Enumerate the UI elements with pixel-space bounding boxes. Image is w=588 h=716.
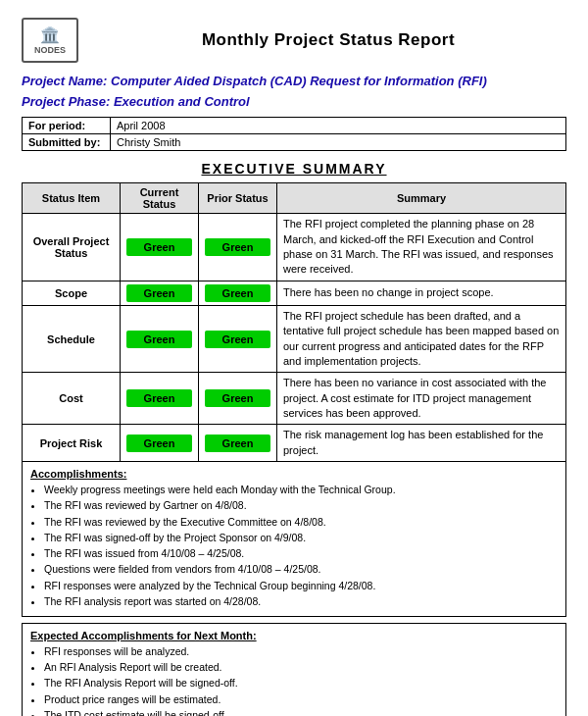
- status-item-1: Scope: [23, 281, 121, 305]
- submitted-value: Christy Smith: [111, 134, 566, 151]
- accomplishment-item: Questions were fielded from vendors from…: [44, 562, 558, 577]
- accomplishment-item: The RFI was reviewed by Gartner on 4/8/0…: [44, 498, 558, 513]
- current-badge-2: Green: [126, 331, 192, 348]
- prior-status-3: Green: [199, 373, 277, 425]
- accomplishment-item: The RFI was signed-off by the Project Sp…: [44, 531, 558, 545]
- col-header-current: Current Status: [121, 183, 199, 214]
- next-item: The RFI Analysis Report will be signed-o…: [44, 676, 558, 690]
- current-status-3: Green: [121, 373, 199, 425]
- accomplishment-item: The RFI was issued from 4/10/08 – 4/25/0…: [44, 546, 558, 561]
- next-item: RFI responses will be analyzed.: [44, 644, 558, 659]
- next-accomplishments-list: RFI responses will be analyzed.An RFI An…: [30, 644, 558, 716]
- prior-status-2: Green: [199, 305, 277, 373]
- table-row: Overall Project Status Green Green The R…: [23, 214, 566, 281]
- summary-0: The RFI project completed the planning p…: [277, 214, 566, 281]
- status-item-3: Cost: [23, 373, 121, 425]
- current-status-0: Green: [121, 214, 199, 281]
- prior-status-1: Green: [199, 281, 277, 305]
- status-item-2: Schedule: [23, 305, 121, 373]
- logo-text: NODES: [34, 45, 66, 55]
- current-status-2: Green: [121, 305, 199, 373]
- next-item: An RFI Analysis Report will be created.: [44, 660, 558, 675]
- logo-box: 🏛️ NODES: [22, 18, 78, 63]
- current-badge-3: Green: [126, 389, 192, 407]
- status-item-4: Project Risk: [23, 425, 121, 462]
- summary-4: The risk management log has been establi…: [277, 425, 566, 462]
- prior-badge-0: Green: [205, 238, 270, 256]
- status-table: Status Item Current Status Prior Status …: [22, 182, 566, 462]
- accomplishment-item: Weekly progress meetings were held each …: [44, 483, 558, 497]
- summary-1: There has been no change in project scop…: [277, 281, 566, 305]
- prior-status-4: Green: [199, 425, 277, 462]
- current-badge-1: Green: [126, 284, 192, 302]
- prior-badge-2: Green: [205, 331, 270, 348]
- next-accomplishments-title: Expected Accomplishments for Next Month:: [30, 630, 558, 641]
- executive-summary-title: EXECUTIVE SUMMARY: [22, 161, 566, 177]
- next-item: Product price ranges will be estimated.: [44, 692, 558, 707]
- submitted-label: Submitted by:: [23, 134, 111, 151]
- logo-area: 🏛️ NODES: [22, 18, 90, 63]
- current-badge-0: Green: [126, 238, 192, 256]
- accomplishment-item: The RFI was reviewed by the Executive Co…: [44, 515, 558, 530]
- summary-3: There has been no variance in cost assoc…: [277, 373, 566, 425]
- accomplishments-section: Accomplishments: Weekly progress meeting…: [22, 462, 566, 617]
- status-item-0: Overall Project Status: [23, 214, 121, 281]
- info-row-period: For period: April 2008: [23, 118, 566, 134]
- next-item: The ITD cost estimate will be signed-off…: [44, 708, 558, 716]
- accomplishments-list: Weekly progress meetings were held each …: [30, 483, 558, 609]
- col-header-summary: Summary: [277, 183, 566, 214]
- accomplishment-item: The RFI analysis report was started on 4…: [44, 594, 558, 609]
- current-status-1: Green: [121, 281, 199, 305]
- col-header-prior: Prior Status: [199, 183, 277, 214]
- table-row: Scope Green Green There has been no chan…: [23, 281, 566, 305]
- table-header-row: Status Item Current Status Prior Status …: [23, 183, 566, 214]
- prior-status-0: Green: [199, 214, 277, 281]
- project-name: Project Name: Computer Aided Dispatch (C…: [22, 73, 566, 90]
- logo-icon: 🏛️: [40, 26, 60, 44]
- period-label: For period:: [23, 118, 111, 134]
- accomplishments-title: Accomplishments:: [30, 468, 558, 480]
- table-row: Cost Green Green There has been no varia…: [23, 373, 566, 425]
- summary-2: The RFI project schedule has been drafte…: [277, 305, 566, 373]
- info-table: For period: April 2008 Submitted by: Chr…: [22, 117, 566, 151]
- prior-badge-1: Green: [205, 284, 270, 302]
- table-row: Project Risk Green Green The risk manage…: [23, 425, 566, 462]
- period-value: April 2008: [111, 118, 566, 134]
- current-badge-4: Green: [126, 435, 192, 452]
- page-header: 🏛️ NODES Monthly Project Status Report: [22, 18, 566, 63]
- accomplishment-item: RFI responses were analyzed by the Techn…: [44, 579, 558, 593]
- info-row-submitted: Submitted by: Christy Smith: [23, 134, 566, 151]
- table-row: Schedule Green Green The RFI project sch…: [23, 305, 566, 373]
- current-status-4: Green: [121, 425, 199, 462]
- prior-badge-4: Green: [205, 435, 270, 452]
- next-accomplishments-section: Expected Accomplishments for Next Month:…: [22, 623, 566, 716]
- project-phase: Project Phase: Execution and Control: [22, 94, 566, 109]
- report-title: Monthly Project Status Report: [90, 30, 566, 50]
- col-header-status-item: Status Item: [23, 183, 121, 214]
- prior-badge-3: Green: [205, 389, 270, 407]
